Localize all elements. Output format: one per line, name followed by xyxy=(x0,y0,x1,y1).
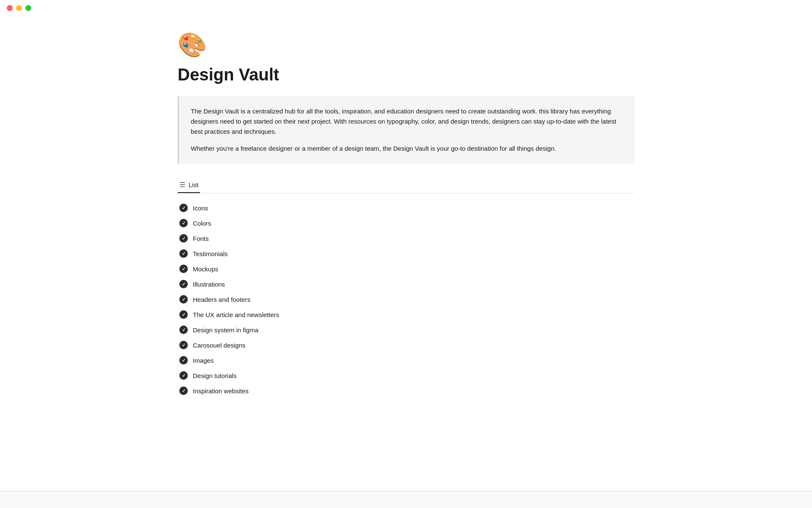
check-icon xyxy=(179,265,188,273)
item-label: Carosouel designs xyxy=(193,342,245,349)
description-paragraph-2: Whether you're a freelance designer or a… xyxy=(191,144,623,154)
check-icon xyxy=(179,234,188,243)
list-items: IconsColorsFontsTestimonialsMockupsIllus… xyxy=(178,200,634,398)
page-title: Design Vault xyxy=(178,65,634,84)
close-button[interactable] xyxy=(7,5,13,11)
list-item[interactable]: Headers and footers xyxy=(178,292,634,307)
item-label: Fonts xyxy=(193,235,209,242)
main-content: 🎨 Design Vault The Design Vault is a cen… xyxy=(152,16,660,424)
item-label: Icons xyxy=(193,204,208,212)
list-item[interactable]: Carosouel designs xyxy=(178,337,634,353)
list-item[interactable]: Icons xyxy=(178,200,634,215)
item-label: Headers and footers xyxy=(193,296,250,303)
page-icon: 🎨 xyxy=(178,33,634,57)
check-icon xyxy=(179,219,188,227)
list-item[interactable]: Fonts xyxy=(178,231,634,246)
check-icon xyxy=(179,341,188,349)
item-label: Colors xyxy=(193,220,211,227)
tab-divider xyxy=(178,193,634,193)
minimize-button[interactable] xyxy=(16,5,22,11)
item-label: Images xyxy=(193,357,214,364)
item-label: Design tutorials xyxy=(193,372,236,379)
item-label: Testimonials xyxy=(193,250,228,257)
list-tab-label: List xyxy=(189,181,198,188)
item-label: Mockups xyxy=(193,265,218,273)
check-icon xyxy=(179,280,188,288)
list-tab-container: ☰ List xyxy=(178,177,634,193)
list-item[interactable]: Illustrations xyxy=(178,276,634,292)
list-item[interactable]: Design system in figma xyxy=(178,322,634,337)
item-label: Illustrations xyxy=(193,281,225,288)
check-icon xyxy=(179,356,188,364)
list-item[interactable]: The UX article and newsletters xyxy=(178,307,634,322)
list-item[interactable]: Inspiration websites xyxy=(178,383,634,398)
check-icon xyxy=(179,204,188,212)
check-icon xyxy=(179,310,188,319)
item-label: Design system in figma xyxy=(193,326,258,334)
list-item[interactable]: Colors xyxy=(178,215,634,231)
check-icon xyxy=(179,371,188,380)
maximize-button[interactable] xyxy=(25,5,31,11)
check-icon xyxy=(179,249,188,258)
list-item[interactable]: Images xyxy=(178,353,634,368)
list-item[interactable]: Testimonials xyxy=(178,246,634,261)
bottom-bar xyxy=(0,491,812,508)
title-bar xyxy=(0,0,812,16)
list-tab[interactable]: ☰ List xyxy=(178,177,200,193)
list-item[interactable]: Design tutorials xyxy=(178,368,634,383)
list-item[interactable]: Mockups xyxy=(178,261,634,276)
list-icon: ☰ xyxy=(179,181,185,189)
item-label: Inspiration websites xyxy=(193,387,249,395)
check-icon xyxy=(179,387,188,395)
description-paragraph-1: The Design Vault is a centralized hub fo… xyxy=(191,106,623,137)
check-icon xyxy=(179,326,188,334)
description-block: The Design Vault is a centralized hub fo… xyxy=(178,96,634,164)
check-icon xyxy=(179,295,188,304)
item-label: The UX article and newsletters xyxy=(193,311,279,318)
